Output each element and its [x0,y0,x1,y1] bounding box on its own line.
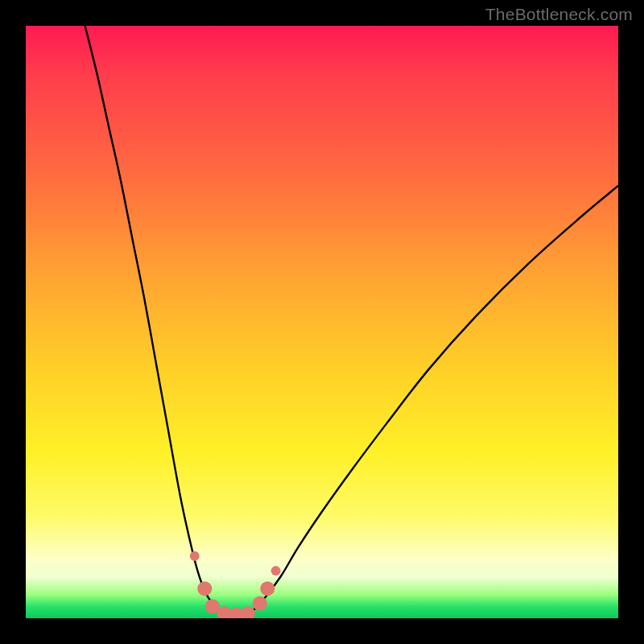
highlight-marker [190,551,200,561]
watermark-text: TheBottleneck.com [485,5,633,24]
curve-right-branch [245,186,618,616]
highlight-markers [190,551,281,618]
highlight-marker [241,606,255,618]
highlight-marker [260,581,275,596]
highlight-marker [197,581,212,596]
highlight-marker [253,597,267,611]
chart-frame: TheBottleneck.com [0,0,644,644]
curve-left-branch [85,26,228,615]
curve-layer [26,26,618,618]
highlight-marker [271,566,281,576]
plot-area [26,26,618,618]
